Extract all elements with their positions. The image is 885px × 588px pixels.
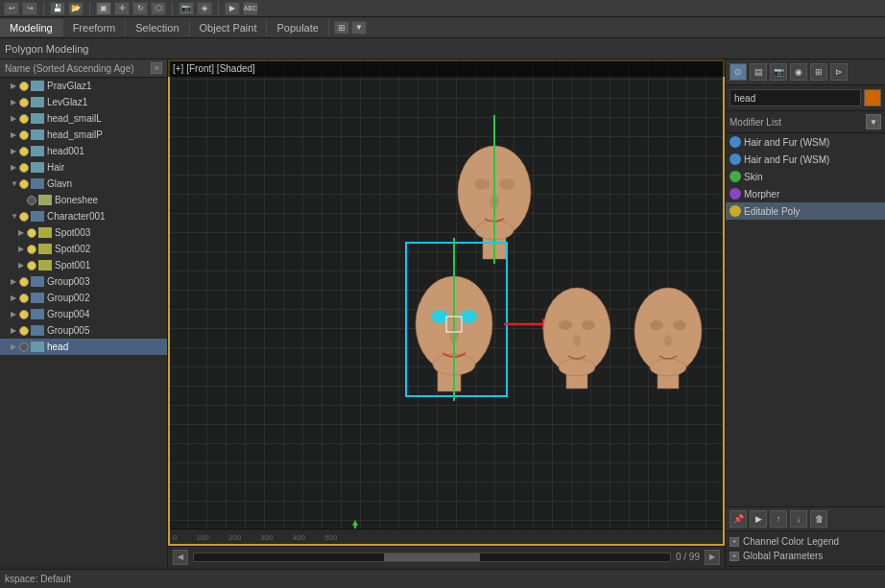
move-icon[interactable]: ✛ (114, 2, 130, 15)
modifier-name: Skin (744, 172, 762, 182)
modifier-item[interactable]: Hair and Fur (WSM) (726, 151, 885, 168)
list-item[interactable]: ▶ Group004 (0, 306, 167, 322)
camera-icon[interactable]: 📷 (179, 2, 194, 15)
bulb-icon (19, 130, 29, 140)
list-item[interactable]: ▶ Spot001 (0, 257, 167, 273)
configure-modifiers-button[interactable]: ▶ (750, 510, 767, 528)
tab-objectpaint[interactable]: Object Paint (190, 19, 268, 36)
expand-arrow: ▶ (18, 245, 26, 253)
render-icon[interactable]: ▶ (225, 2, 240, 15)
bulb-icon (19, 114, 29, 124)
mesh-icon (31, 97, 44, 107)
undo-icon[interactable]: ↩ (4, 2, 19, 15)
open-icon[interactable]: 📂 (68, 2, 84, 15)
select-icon[interactable]: ▣ (96, 2, 111, 15)
expand-arrow: · (18, 196, 26, 204)
list-item[interactable]: ▶ head_smailL (0, 110, 167, 127)
list-item[interactable]: ▶ Group002 (0, 290, 167, 306)
expand-arrow: ▶ (11, 163, 18, 172)
right-panel: ⊙ ▤ 📷 ◉ ⊞ ⊳ Modifier List ▼ Hair and Fur… (725, 59, 885, 567)
svg-point-23 (573, 335, 581, 346)
abc-icon[interactable]: ABC (243, 2, 258, 15)
hierarchy-icon[interactable]: ⊳ (830, 63, 848, 81)
item-name: LevGlaz1 (47, 97, 87, 107)
channel-color-legend-row[interactable]: + Channel Color Legend (730, 534, 881, 549)
list-item[interactable]: ▶ head_smailP (0, 127, 167, 143)
menu-bar: Modeling Freeform Selection Object Paint… (0, 17, 885, 38)
modifier-dropdown-button[interactable]: ▼ (866, 114, 881, 129)
list-item[interactable]: ▶ Spot002 (0, 241, 167, 257)
item-name: Spot001 (55, 260, 90, 270)
extra-dropdown[interactable]: ▼ (351, 21, 367, 35)
bulb-icon (19, 163, 29, 173)
scroll-track[interactable] (193, 553, 671, 562)
redo-icon[interactable]: ↪ (22, 2, 37, 15)
bulb-icon (19, 277, 29, 287)
list-item[interactable]: ▶ head001 (0, 143, 167, 159)
tab-modeling[interactable]: Modeling (0, 19, 63, 36)
list-item-head[interactable]: ▶ head (0, 339, 167, 355)
mod-fur-icon (730, 153, 741, 165)
name-field-row (726, 85, 885, 111)
list-item[interactable]: ▶ Group005 (0, 322, 167, 339)
toolbar-icons: ↩ ↪ 💾 📂 ▣ ✛ ↻ ⬡ 📷 ◈ ▶ ABC (4, 2, 258, 15)
camera-icon[interactable]: 📷 (770, 63, 787, 81)
rotate-icon[interactable]: ↻ (132, 2, 148, 15)
modifier-name: Hair and Fur (WSM) (744, 137, 829, 148)
modifier-icon[interactable]: ⊞ (810, 63, 827, 81)
expand-arrow: ▶ (11, 147, 18, 155)
list-item[interactable]: ▶ Hair (0, 159, 167, 176)
modifier-down-button[interactable]: ↓ (790, 510, 807, 528)
expand-arrow: ▶ (11, 342, 18, 351)
list-item[interactable]: ▶ LevGlaz1 (0, 94, 167, 110)
morph-icon[interactable]: ◈ (197, 2, 212, 15)
shape-icon[interactable]: ▤ (750, 63, 767, 81)
object-icon[interactable]: ◉ (790, 63, 807, 81)
scroll-right-button[interactable]: ▶ (705, 550, 720, 565)
group-icon (31, 325, 44, 336)
global-params-expand-button[interactable]: + (730, 552, 739, 561)
color-swatch-button[interactable] (864, 89, 881, 106)
list-item[interactable]: ▶ Group003 (0, 273, 167, 290)
svg-point-20 (559, 359, 595, 376)
tab-selection[interactable]: Selection (126, 19, 189, 36)
tab-freeform[interactable]: Freeform (63, 19, 127, 36)
modifier-list-label: Modifier List (730, 117, 863, 128)
scale-icon[interactable]: ⬡ (151, 2, 166, 15)
global-parameters-row[interactable]: + Global Parameters (730, 549, 881, 563)
expand-arrow: ▼ (11, 212, 18, 221)
bulb-icon (27, 196, 36, 205)
mod-edpoly-icon (730, 205, 741, 217)
expand-arrow: ▶ (18, 261, 26, 270)
object-name-input[interactable] (730, 89, 861, 106)
modifier-up-button[interactable]: ↑ (770, 510, 787, 528)
list-item[interactable]: · Boneshee (0, 192, 167, 208)
viewport[interactable]: [+] [Front] [Shaded] (168, 59, 725, 567)
mesh-icon (31, 113, 44, 124)
extra-icon[interactable]: ⊞ (334, 21, 349, 35)
delete-modifier-button[interactable]: 🗑 (810, 510, 827, 528)
scene-close-button[interactable]: ✕ (151, 62, 162, 74)
list-item[interactable]: ▶ Spot003 (0, 224, 167, 241)
scroll-left-button[interactable]: ◀ (173, 550, 188, 565)
polygon-modeling-label: Polygon Modeling (5, 43, 88, 55)
list-item[interactable]: ▶ PravGlaz1 (0, 78, 167, 94)
bulb-icon (19, 310, 29, 319)
expand-arrow: ▶ (11, 82, 18, 90)
bulb-icon (19, 98, 29, 107)
scroll-thumb (384, 553, 479, 561)
modifier-item[interactable]: Skin (726, 168, 885, 185)
list-item[interactable]: ▼ Glavn (0, 176, 167, 192)
modifier-item[interactable]: Hair and Fur (WSM) (726, 133, 885, 151)
save-icon[interactable]: 💾 (50, 2, 65, 15)
expand-arrow: ▶ (11, 114, 18, 123)
left-panel: Name (Sorted Ascending Age) ✕ ▶ PravGlaz… (0, 59, 168, 567)
modifier-item-edpoly[interactable]: Editable Poly (726, 202, 885, 220)
modifier-item[interactable]: Morpher (726, 185, 885, 202)
list-item[interactable]: ▼ Character001 (0, 208, 167, 224)
pin-stack-button[interactable]: 📌 (730, 510, 747, 528)
tab-populate[interactable]: Populate (267, 19, 328, 36)
display-icon[interactable]: ⊙ (730, 63, 747, 81)
channel-expand-button[interactable]: + (730, 537, 739, 547)
item-name: Group003 (47, 276, 89, 287)
